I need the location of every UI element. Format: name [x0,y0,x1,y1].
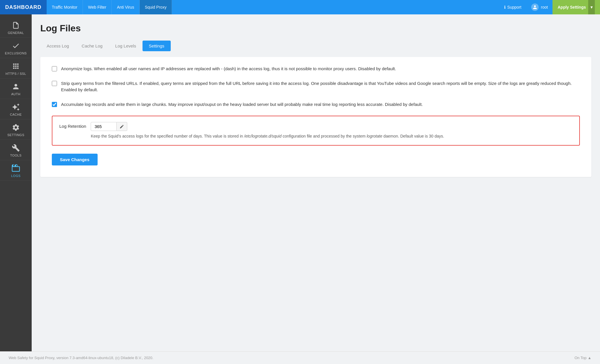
nav-squid-proxy[interactable]: Squid Proxy [140,0,172,14]
sidebar-item-logs[interactable]: LOGS [0,160,32,181]
settings-panel: Anonymize logs. When enabled all user na… [40,57,591,177]
brand-logo: DASHBOARD [0,0,47,14]
retention-input-row [91,122,444,131]
retention-description: Keep the Squid's access logs for the spe… [91,133,444,139]
on-top-label: On Top [574,356,586,360]
log-retention-box: Log Retention Keep the Squid's access lo… [52,116,580,146]
checkbox-row-strip: Strip query terms from the filtered URLs… [52,80,580,93]
sidebar-item-cache-label: CACHE [10,113,22,116]
cache-icon [12,103,20,111]
apply-settings-label: Apply Settings [558,5,586,9]
sidebar-item-auth[interactable]: AUTH [0,79,32,99]
support-link[interactable]: ℹ Support [499,0,527,14]
user-label: root [541,5,548,9]
user-area[interactable]: root [527,0,552,14]
main-content: Log Files Access Log Cache Log Log Level… [32,14,600,351]
support-label: Support [507,5,521,9]
strip-query-checkbox[interactable] [52,81,57,86]
accumulate-label: Accumulate log records and write them in… [61,101,423,108]
auth-icon [12,83,20,91]
chevron-up-icon: ▲ [588,356,591,360]
checkbox-row-accumulate: Accumulate log records and write them in… [52,101,580,108]
sidebar-item-tools[interactable]: TOOLS [0,140,32,160]
anonymize-checkbox[interactable] [52,66,57,71]
pencil-icon [119,124,124,129]
sidebar-item-tools-label: TOOLS [10,154,22,157]
general-icon [12,21,20,29]
https-ssl-icon [12,62,20,70]
apply-dropdown-arrow[interactable]: ▾ [588,0,595,14]
sidebar-item-https-ssl[interactable]: HTTPS / SSL [0,58,32,79]
footer-text: Web Safety for Squid Proxy, version 7.3-… [9,356,153,360]
top-nav: DASHBOARD Traffic Monitor Web Filter Ant… [0,0,600,14]
main-layout: GENERAL EXCLUSIONS HTTPS / SSL AUTH CACH… [0,14,600,351]
tab-cache-log[interactable]: Cache Log [75,41,109,51]
logs-icon [12,164,20,172]
nav-anti-virus[interactable]: Anti Virus [112,0,140,14]
settings-icon [12,123,20,132]
nav-traffic-monitor[interactable]: Traffic Monitor [47,0,83,14]
page-title: Log Files [40,23,591,34]
retention-desc-path: /etc/logrotate.d/squid [244,134,282,138]
retention-desc-daemon: logrotate [367,134,382,138]
sidebar-item-settings[interactable]: SETTINGS [0,119,32,140]
retention-input-group: Keep the Squid's access logs for the spe… [91,122,444,139]
tab-access-log[interactable]: Access Log [40,41,75,51]
retention-row: Log Retention Keep the Squid's access lo… [59,122,572,139]
user-avatar-icon [531,3,539,11]
strip-query-label: Strip query terms from the filtered URLs… [61,80,580,93]
sidebar-item-auth-label: AUTH [11,92,20,96]
retention-label: Log Retention [59,124,86,129]
info-icon: ℹ [504,5,506,9]
nav-web-filter[interactable]: Web Filter [83,0,112,14]
accumulate-checkbox[interactable] [52,102,57,107]
exclusions-icon [12,42,20,50]
tab-log-levels[interactable]: Log Levels [109,41,143,51]
footer: Web Safety for Squid Proxy, version 7.3-… [0,351,600,364]
retention-desc-after: daemon. Default value is 30 days. [382,134,444,138]
sidebar-item-settings-label: SETTINGS [7,133,24,137]
apply-settings-button[interactable]: Apply Settings ▾ [552,0,600,14]
on-top-link[interactable]: On Top ▲ [574,356,591,360]
retention-desc-before: Keep the Squid's access logs for the spe… [91,134,244,138]
tools-icon [12,144,20,152]
sidebar-item-logs-label: LOGS [11,174,21,178]
sidebar: GENERAL EXCLUSIONS HTTPS / SSL AUTH CACH… [0,14,32,351]
sidebar-item-exclusions[interactable]: EXCLUSIONS [0,38,32,58]
retention-value-input[interactable] [91,122,117,131]
sidebar-item-https-ssl-label: HTTPS / SSL [5,72,26,75]
sidebar-item-general[interactable]: GENERAL [0,17,32,38]
sidebar-item-general-label: GENERAL [8,31,24,35]
sidebar-item-cache[interactable]: CACHE [0,99,32,119]
tab-settings[interactable]: Settings [143,41,171,51]
retention-edit-button[interactable] [117,122,127,131]
retention-desc-middle: configuration file and processed by the … [282,134,367,138]
tab-bar: Access Log Cache Log Log Levels Settings [40,41,591,51]
sidebar-item-exclusions-label: EXCLUSIONS [5,52,27,55]
checkbox-row-anonymize: Anonymize logs. When enabled all user na… [52,66,580,72]
save-changes-button[interactable]: Save Changes [52,154,98,165]
anonymize-label: Anonymize logs. When enabled all user na… [61,66,396,72]
